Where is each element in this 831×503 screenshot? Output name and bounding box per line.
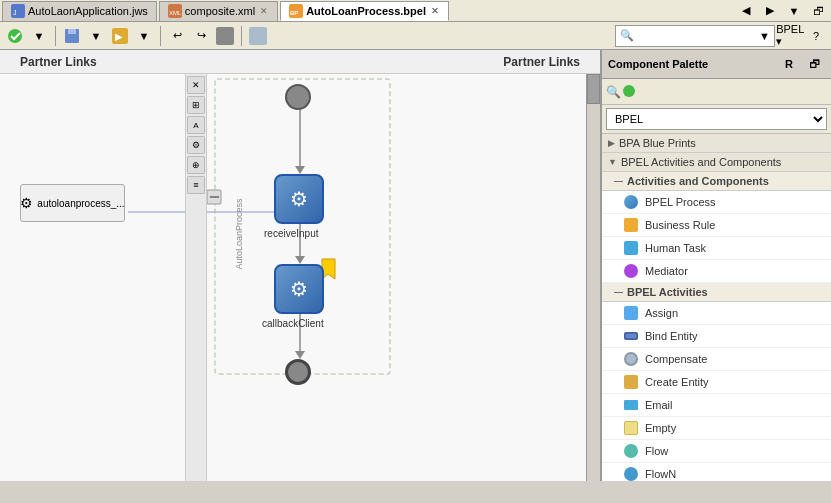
sep1 — [55, 26, 56, 46]
svg-rect-8 — [68, 29, 76, 34]
entity-label: autoloanprocess_... — [37, 198, 124, 209]
flow-icon — [622, 443, 640, 459]
svg-text:BP: BP — [290, 10, 298, 16]
callback-client-activity[interactable]: ⚙ — [274, 264, 324, 314]
bpel-activities-arrow: — — [614, 287, 623, 297]
empty-icon — [622, 420, 640, 436]
bind-icon — [622, 328, 640, 344]
svg-text:▶: ▶ — [115, 31, 123, 42]
palette-item-flow[interactable]: Flow — [602, 440, 831, 463]
main-toolbar: ▼ ▼ ▶ ▼ ↩ ↪ 🔍 ▼ BPEL ▾ ? — [0, 22, 831, 50]
palette-dropdown[interactable]: BPEL — [606, 108, 827, 130]
palette-bpel-activities-label: BPEL Activities — [627, 286, 708, 298]
palette-item-empty[interactable]: Empty — [602, 417, 831, 440]
svg-rect-11 — [216, 27, 234, 45]
svg-text:XML: XML — [169, 10, 182, 16]
redo-btn[interactable]: ↪ — [190, 25, 212, 47]
palette-item-human-task[interactable]: Human Task — [602, 237, 831, 260]
main-container: Partner Links Partner Links — [0, 50, 831, 481]
check-btn[interactable] — [4, 25, 26, 47]
receive-input-label: receiveInput — [264, 228, 318, 239]
deploy-dropdown[interactable]: ▼ — [133, 25, 155, 47]
palette-bpel-process-label: BPEL Process — [645, 196, 716, 208]
palette-human-task-label: Human Task — [645, 242, 706, 254]
sep2 — [160, 26, 161, 46]
side-btn-4[interactable]: ⚙ — [187, 136, 205, 154]
mediator-icon — [622, 263, 640, 279]
window-restore[interactable]: 🗗 — [807, 0, 829, 22]
bpa-btn[interactable] — [247, 25, 269, 47]
side-btn-2[interactable]: ⊞ — [187, 96, 205, 114]
palette-section-bpel-activities[interactable]: — BPEL Activities — [602, 283, 831, 302]
callback-client-label: callbackClient — [262, 318, 324, 329]
palette-search-icon: 🔍 — [606, 85, 621, 99]
partner-links-header: Partner Links Partner Links — [0, 50, 600, 74]
tab-bpel-close[interactable]: ✕ — [430, 6, 440, 16]
sep3 — [241, 26, 242, 46]
palette-flow-label: Flow — [645, 445, 668, 457]
palette-close[interactable]: 🗗 — [803, 53, 825, 75]
help-btn[interactable]: ? — [805, 25, 827, 47]
side-btn-5[interactable]: ⊕ — [187, 156, 205, 174]
search-dropdown[interactable]: 🔍 ▼ — [615, 25, 775, 47]
jws-icon: J — [11, 4, 25, 18]
dropdown-arrow[interactable]: ▼ — [28, 25, 50, 47]
bpel-dropdown[interactable]: BPEL ▾ — [779, 25, 801, 47]
palette-item-assign[interactable]: Assign — [602, 302, 831, 325]
search-dropdown-arrow: ▼ — [759, 30, 770, 42]
compensate-icon — [622, 351, 640, 367]
design-panel: Partner Links Partner Links — [0, 50, 601, 481]
rule-icon — [622, 217, 640, 233]
palette-item-compensate[interactable]: Compensate — [602, 348, 831, 371]
partner-entity-box[interactable]: ⚙ autoloanprocess_... — [20, 184, 125, 222]
palette-section-bpel[interactable]: ▼ BPEL Activities and Components — [602, 153, 831, 172]
tab-bar: J AutoLaonApplication.jws XML composite.… — [0, 0, 831, 22]
palette-green-dot — [623, 85, 635, 99]
side-btn-6[interactable]: ≡ — [187, 176, 205, 194]
palette-item-bind-entity[interactable]: Bind Entity — [602, 325, 831, 348]
canvas-scrollbar[interactable] — [586, 74, 600, 481]
svg-rect-12 — [249, 27, 267, 45]
process-icon — [622, 194, 640, 210]
palette-refresh[interactable]: R — [778, 53, 800, 75]
side-collapse-btn[interactable]: ✕ — [187, 76, 205, 94]
receive-gear-icon: ⚙ — [290, 187, 308, 211]
palette-panel: Component Palette R 🗗 🔍 BPEL ▶ BPA Blue … — [601, 50, 831, 481]
undo-btn[interactable]: ↩ — [166, 25, 188, 47]
deploy-btn[interactable]: ▶ — [109, 25, 131, 47]
palette-item-mediator[interactable]: Mediator — [602, 260, 831, 283]
palette-bpa-label: BPA Blue Prints — [619, 137, 696, 149]
canvas-area[interactable]: ✕ ⊞ A ⚙ ⊕ ≡ AutoLoanProcess ⚙ receiveInp… — [0, 74, 600, 481]
save-dropdown[interactable]: ▼ — [85, 25, 107, 47]
tab-scroll-left[interactable]: ◀ — [735, 0, 757, 22]
palette-item-bpel-process[interactable]: BPEL Process — [602, 191, 831, 214]
tab-menu[interactable]: ▼ — [783, 0, 805, 22]
palette-item-flown[interactable]: FlowN — [602, 463, 831, 481]
callback-gear-icon: ⚙ — [290, 277, 308, 301]
email-icon — [622, 397, 640, 413]
activities-arrow: — — [614, 176, 623, 186]
palette-section-activities[interactable]: — Activities and Components — [602, 172, 831, 191]
end-node — [285, 359, 311, 385]
svg-point-6 — [8, 29, 22, 43]
palette-item-create-entity[interactable]: Create Entity — [602, 371, 831, 394]
receive-input-activity[interactable]: ⚙ — [274, 174, 324, 224]
palette-item-business-rule[interactable]: Business Rule — [602, 214, 831, 237]
tab-jws[interactable]: J AutoLaonApplication.jws — [2, 1, 157, 21]
bpel-arrow: ▼ — [608, 157, 617, 167]
tab-jws-label: AutoLaonApplication.jws — [28, 5, 148, 17]
tab-bpel-label: AutoLoanProcess.bpel — [306, 5, 426, 17]
tab-xml-close[interactable]: ✕ — [259, 6, 269, 16]
palette-section-bpa[interactable]: ▶ BPA Blue Prints — [602, 134, 831, 153]
create-icon — [622, 374, 640, 390]
assign-icon — [622, 305, 640, 321]
tab-xml[interactable]: XML composite.xml ✕ — [159, 1, 278, 21]
palette-bpel-label: BPEL Activities and Components — [621, 156, 781, 168]
save-btn[interactable] — [61, 25, 83, 47]
side-btn-3[interactable]: A — [187, 116, 205, 134]
tab-scroll-right[interactable]: ▶ — [759, 0, 781, 22]
svg-marker-15 — [295, 166, 305, 174]
validate-btn[interactable] — [214, 25, 236, 47]
palette-item-email[interactable]: Email — [602, 394, 831, 417]
tab-bpel[interactable]: BP AutoLoanProcess.bpel ✕ — [280, 1, 449, 21]
